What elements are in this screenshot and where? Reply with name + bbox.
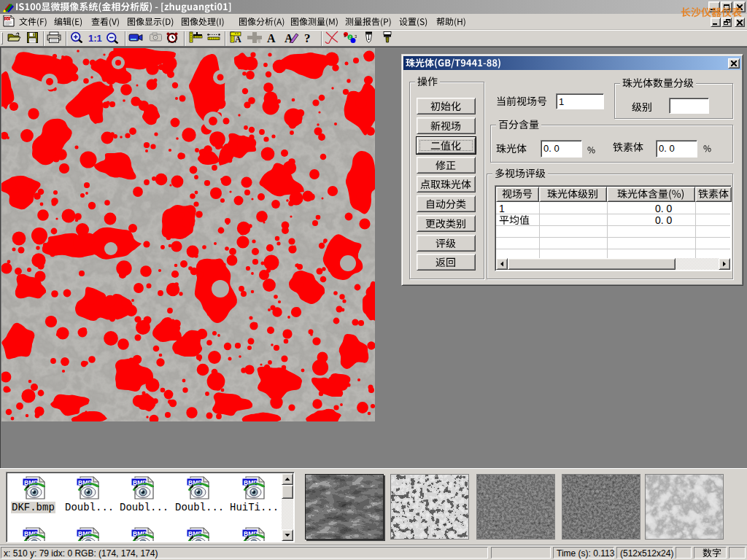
svg-text:DOC: DOC [5,17,14,21]
svg-text:A: A [235,34,241,43]
svg-text:3: 3 [355,34,357,39]
